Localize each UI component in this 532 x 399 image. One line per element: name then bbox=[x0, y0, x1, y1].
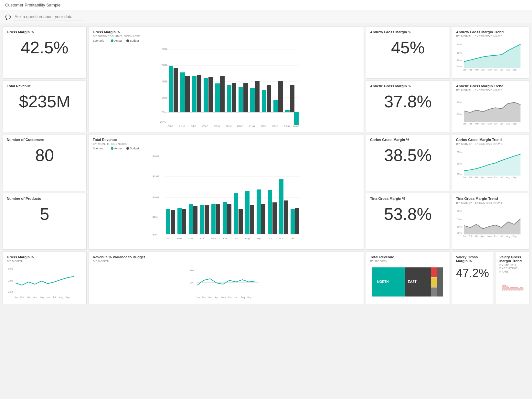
svg-text:Jul: Jul bbox=[234, 237, 238, 240]
svg-rect-103 bbox=[291, 209, 295, 234]
app-title: Customer Profitability Sample bbox=[5, 3, 60, 7]
gm-month-chart: 60% 40% 20% Jan Feb Mar Apr May Jun Jul … bbox=[7, 264, 82, 300]
svg-text:20%: 20% bbox=[457, 65, 462, 68]
svg-text:Aug: Aug bbox=[506, 122, 510, 125]
annelie-gm-card[interactable]: Annelie Gross Margin % 37.8% bbox=[366, 81, 450, 133]
total-rev-month-card[interactable]: Total Revenue BY MONTH, SCENARIO Scenari… bbox=[89, 134, 364, 250]
andrew-trend-subtitle: BY MONTH, EXECUTIVE NAME bbox=[456, 35, 525, 38]
svg-text:Mar: Mar bbox=[475, 235, 479, 237]
carlos-gm-card[interactable]: Carlos Gross Margin % 38.5% bbox=[366, 134, 450, 191]
svg-text:Sep: Sep bbox=[256, 237, 261, 240]
svg-rect-104 bbox=[295, 208, 299, 234]
svg-rect-92 bbox=[227, 204, 231, 234]
svg-text:Feb: Feb bbox=[469, 69, 473, 71]
svg-text:Jul: Jul bbox=[500, 235, 503, 237]
svg-text:60%: 60% bbox=[457, 151, 462, 154]
svg-text:Jun: Jun bbox=[223, 237, 227, 240]
total-rev-month-subtitle: BY MONTH, SCENARIO bbox=[93, 142, 360, 146]
num-customers-value: 80 bbox=[7, 142, 82, 168]
svg-text:$5M: $5M bbox=[153, 215, 158, 218]
andrew-trend-title: Andrew Gross Margin Trend bbox=[456, 30, 525, 34]
svg-rect-85 bbox=[189, 204, 193, 234]
budget-legend: Budget bbox=[126, 39, 139, 42]
svg-text:Feb: Feb bbox=[469, 122, 473, 124]
svg-text:$0M: $0M bbox=[153, 233, 158, 236]
svg-text:LO-0: LO-0 bbox=[179, 125, 185, 128]
tina-gm-value: 53.8% bbox=[370, 201, 446, 227]
valery-trend-subtitle: BY MONTH, EXECUTIVE NAME bbox=[499, 264, 525, 273]
svg-text:Aug: Aug bbox=[59, 296, 63, 299]
annelie-trend-chart: 40% 20% Jan Feb Mar Apr May Jun Jul Aug … bbox=[456, 93, 525, 125]
carlos-trend-title: Carlos Gross Margin Trend bbox=[456, 138, 525, 142]
budget-dot bbox=[126, 39, 129, 42]
total-revenue-card[interactable]: Total Revenue $235M bbox=[3, 81, 87, 133]
svg-rect-26 bbox=[255, 81, 260, 112]
svg-text:50%: 50% bbox=[500, 283, 502, 284]
valery-gm-card[interactable]: Valery Gross Margin % 47.2% bbox=[452, 252, 493, 304]
scenario-label: Scenario bbox=[93, 39, 104, 42]
svg-rect-83 bbox=[177, 208, 182, 234]
tina-trend-card[interactable]: Tina Gross Margin Trend BY MONTH, EXECUT… bbox=[452, 193, 529, 250]
andrew-trend-card[interactable]: Andrew Gross Margin Trend BY MONTH, EXEC… bbox=[452, 27, 529, 79]
num-customers-title: Number of Customers bbox=[7, 138, 82, 142]
tina-trend-chart: 80% 60% 40% 20% Jan Feb Mar Apr May Jun … bbox=[456, 206, 525, 238]
annelie-trend-card[interactable]: Annelie Gross Margin Trend BY MONTH, EXE… bbox=[452, 81, 529, 133]
svg-rect-95 bbox=[245, 191, 250, 234]
svg-text:Mar: Mar bbox=[208, 296, 213, 298]
total-revenue-value: $235M bbox=[7, 89, 82, 114]
svg-text:FO-0: FO-0 bbox=[202, 125, 208, 128]
carlos-gm-value: 38.5% bbox=[370, 142, 446, 168]
svg-text:ST-0: ST-0 bbox=[191, 125, 197, 128]
svg-text:Apr: Apr bbox=[481, 69, 485, 71]
andrew-gm-card[interactable]: Andrew Gross Margin % 45% bbox=[366, 27, 450, 79]
svg-text:Jan: Jan bbox=[502, 290, 503, 291]
svg-text:May: May bbox=[487, 69, 492, 71]
gross-margin-pct-card[interactable]: Gross Margin % 42.5% bbox=[3, 27, 87, 79]
svg-text:SE-0: SE-0 bbox=[261, 125, 266, 128]
svg-text:Sep: Sep bbox=[521, 290, 522, 291]
rev-var-chart: 10% 0% Jan Feb Mar Apr May Jun Jul Aug S… bbox=[93, 264, 360, 300]
svg-rect-175 bbox=[437, 267, 443, 297]
svg-text:Sep: Sep bbox=[247, 296, 251, 299]
svg-text:Jan: Jan bbox=[463, 235, 466, 237]
tina-gm-card[interactable]: Tina Gross Margin % 53.8% bbox=[366, 193, 450, 250]
svg-text:Aug: Aug bbox=[506, 235, 510, 237]
total-rev-month-title: Total Revenue bbox=[93, 138, 360, 142]
total-rev-region-card[interactable]: Total Revenue BY REGION NORTH EAST bbox=[366, 252, 450, 304]
rev-var-card[interactable]: Revenue % Variance to Budget BY MONTH 10… bbox=[89, 252, 364, 304]
gm-month-subtitle: BY MONTH bbox=[7, 260, 82, 263]
svg-text:20%: 20% bbox=[457, 113, 462, 115]
num-products-card[interactable]: Number of Products 5 bbox=[3, 193, 87, 250]
gross-margin-chart-card[interactable]: Gross Margin % BY BUSINESS UNIT, SCENARI… bbox=[89, 27, 364, 132]
svg-text:Jun: Jun bbox=[494, 122, 497, 124]
num-customers-card[interactable]: Number of Customers 80 bbox=[3, 134, 87, 191]
svg-rect-17 bbox=[204, 78, 208, 112]
svg-text:-20%: -20% bbox=[159, 120, 166, 124]
total-rev-region-subtitle: BY REGION bbox=[370, 260, 446, 263]
svg-text:Jul: Jul bbox=[500, 122, 503, 124]
svg-rect-89 bbox=[211, 204, 216, 234]
svg-text:60%: 60% bbox=[162, 64, 167, 67]
svg-rect-22 bbox=[232, 83, 236, 112]
svg-text:Feb: Feb bbox=[177, 237, 182, 240]
svg-text:Sep: Sep bbox=[513, 176, 516, 179]
svg-text:Mar: Mar bbox=[506, 290, 508, 291]
svg-rect-33 bbox=[294, 112, 299, 125]
rev-var-title: Revenue % Variance to Budget bbox=[93, 255, 360, 259]
svg-rect-99 bbox=[268, 190, 272, 234]
gm-month-card[interactable]: Gross Margin % BY MONTH 60% 40% 20% Jan … bbox=[3, 252, 87, 304]
svg-text:CP-0: CP-0 bbox=[214, 125, 220, 128]
scenario-label2: Scenario bbox=[93, 147, 104, 150]
svg-text:$10M: $10M bbox=[153, 196, 159, 199]
svg-rect-21 bbox=[227, 85, 231, 112]
budget-label2: Budget bbox=[130, 147, 139, 150]
svg-text:Jan: Jan bbox=[463, 69, 466, 71]
svg-text:SM-0: SM-0 bbox=[225, 125, 232, 128]
qa-input[interactable] bbox=[13, 14, 84, 20]
carlos-trend-card[interactable]: Carlos Gross Margin Trend BY MONTH, EXEC… bbox=[452, 134, 529, 191]
svg-text:0%: 0% bbox=[500, 287, 501, 288]
svg-text:$15M: $15M bbox=[153, 175, 159, 178]
valery-trend-card[interactable]: Valery Gross Margin Trend BY MONTH, EXEC… bbox=[495, 252, 529, 304]
svg-rect-81 bbox=[166, 209, 170, 234]
total-rev-region-title: Total Revenue bbox=[370, 255, 446, 259]
